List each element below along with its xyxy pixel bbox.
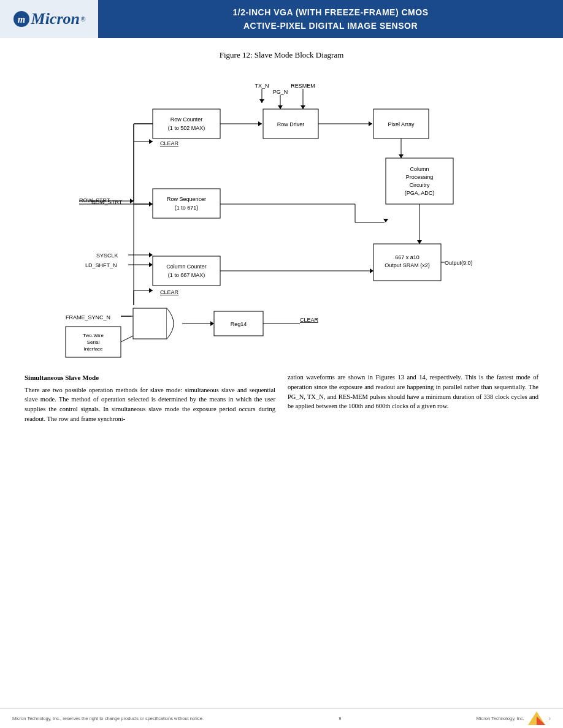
- svg-marker-9: [369, 121, 372, 126]
- header-title: 1/2-INCH VGA (WITH FREEZE-FRAME) CMOS AC…: [98, 0, 563, 38]
- footer: Micron Technology, Inc., reserves the ri…: [0, 708, 563, 728]
- clear-3-label: CLEAR: [300, 317, 319, 323]
- tx-n-label: TX_N: [255, 83, 269, 89]
- svg-text:Row Sequencer: Row Sequencer: [167, 196, 206, 202]
- svg-marker-35: [417, 240, 422, 244]
- micron-icon: m: [13, 10, 30, 28]
- logo-text: Micron: [31, 10, 80, 28]
- svg-line-61: [121, 336, 133, 342]
- diagram-svg: TX_N PG_N RESMEM Row Driver Pixel Array …: [30, 72, 533, 360]
- svg-text:Column Counter: Column Counter: [166, 264, 207, 270]
- svg-text:Processing: Processing: [406, 174, 434, 180]
- footer-right: Micron Technology, Inc. ›: [477, 711, 551, 725]
- row-strt-text: ROW_STRT: [79, 197, 110, 203]
- svg-text:(1 to 671): (1 to 671): [175, 205, 199, 211]
- svg-text:m: m: [17, 14, 25, 25]
- right-text-col: zation waveforms are shown in Figures 13…: [288, 373, 538, 427]
- header-line1: 1/2-INCH VGA (WITH FREEZE-FRAME) CMOS: [233, 6, 429, 19]
- header: m Micron ® 1/2-INCH VGA (WITH FREEZE-FRA…: [0, 0, 563, 38]
- text-section: Simultaneous Slave Mode There are two po…: [25, 373, 538, 427]
- svg-marker-41: [149, 262, 153, 267]
- svg-marker-33: [399, 154, 404, 158]
- clear-1-label: CLEAR: [160, 140, 179, 146]
- resmem-label: RESMEM: [291, 83, 315, 89]
- col-processing-block: [386, 158, 453, 204]
- pixel-array-text: Pixel Array: [388, 121, 415, 127]
- block-diagram: TX_N PG_N RESMEM Row Driver Pixel Array …: [30, 72, 533, 360]
- svg-text:Column: Column: [410, 166, 429, 172]
- svg-marker-43: [149, 288, 153, 293]
- svg-rect-59: [133, 308, 167, 339]
- output-label: Output(9:0): [445, 260, 473, 266]
- svg-marker-5: [278, 105, 283, 109]
- svg-marker-25: [383, 219, 388, 222]
- svg-marker-14: [149, 139, 153, 144]
- svg-text:667 x a10: 667 x a10: [395, 254, 419, 260]
- svg-marker-7: [301, 105, 305, 109]
- svg-text:(1 to 667 MAX): (1 to 667 MAX): [168, 272, 205, 278]
- chevron-right-icon: ›: [549, 715, 551, 722]
- sysclk-label: SYSCLK: [96, 252, 118, 259]
- svg-marker-63: [210, 321, 214, 326]
- row-counter-text: Row Counter: [170, 116, 203, 123]
- svg-marker-39: [149, 252, 153, 257]
- pg-n-label: PG_N: [273, 89, 288, 95]
- row-counter-block: [153, 109, 220, 138]
- svg-text:(1 to 502 MAX): (1 to 502 MAX): [168, 125, 205, 131]
- frame-sync-label: FRAME_SYNC_N: [66, 314, 110, 320]
- svg-text:(PGA, ADC): (PGA, ADC): [405, 190, 435, 196]
- svg-marker-67: [537, 716, 545, 725]
- row-sequencer-block: [153, 189, 220, 218]
- logo-area: m Micron ®: [0, 0, 98, 38]
- ld-shft-n-label: LD_SHFT_N: [85, 262, 117, 268]
- svg-text:Output SRAM (x2): Output SRAM (x2): [385, 262, 430, 268]
- micron-logo: m Micron ®: [13, 10, 86, 28]
- svg-marker-12: [258, 121, 262, 126]
- right-paragraph: zation waveforms are shown in Figures 13…: [288, 373, 538, 411]
- row-driver-text: Row Driver: [277, 121, 305, 127]
- left-text-col: Simultaneous Slave Mode There are two po…: [25, 373, 275, 427]
- svg-text:Reg14: Reg14: [231, 321, 247, 327]
- svg-text:Two-Wire: Two-Wire: [83, 333, 104, 338]
- clear-2-label: CLEAR: [160, 289, 179, 295]
- footer-page: 9: [204, 716, 477, 721]
- header-line2: ACTIVE-PIXEL DIGITAL IMAGE SENSOR: [243, 19, 418, 32]
- col-counter-block: [153, 256, 220, 286]
- svg-marker-3: [259, 99, 264, 103]
- svg-text:Circuitry: Circuitry: [410, 182, 430, 188]
- main-content: Figure 12: Slave Mode Block Diagram TX_N…: [0, 38, 563, 433]
- figure-title: Figure 12: Slave Mode Block Diagram: [25, 50, 538, 60]
- svg-text:Interface: Interface: [83, 346, 103, 352]
- svg-text:Serial: Serial: [87, 339, 100, 345]
- footer-logo-icon: [528, 711, 545, 725]
- svg-marker-45: [370, 268, 373, 273]
- section-heading: Simultaneous Slave Mode: [25, 373, 275, 383]
- left-paragraph: There are two possible operation methods…: [25, 385, 275, 424]
- footer-left: Micron Technology, Inc., reserves the ri…: [12, 716, 204, 721]
